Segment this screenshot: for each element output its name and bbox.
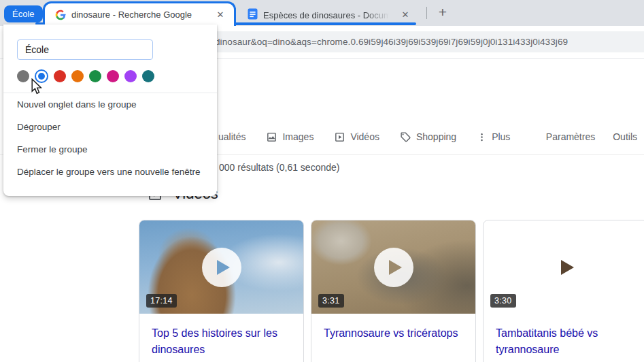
color-swatch-cyan[interactable] xyxy=(142,70,154,82)
group-color-picker xyxy=(17,69,217,84)
nav-parametres[interactable]: Paramètres xyxy=(546,131,595,142)
nav-label: Plus xyxy=(492,131,510,142)
color-swatch-grey[interactable] xyxy=(17,70,29,82)
video-thumbnail[interactable]: 17:14 xyxy=(139,220,303,314)
tab-separator xyxy=(426,7,427,19)
video-card[interactable]: 17:14 Top 5 des histoires sur les dinosa… xyxy=(139,220,304,362)
video-thumbnail[interactable]: 3:31 xyxy=(311,220,475,314)
video-duration-badge: 3:31 xyxy=(318,294,344,308)
new-tab-button[interactable]: + xyxy=(433,3,452,22)
nav-images[interactable]: Images xyxy=(266,131,313,143)
menu-item-move-group[interactable]: Déplacer le groupe vers une nouvelle fen… xyxy=(3,161,217,183)
video-title-link[interactable]: Tyrannosaure vs tricératops xyxy=(311,314,475,342)
google-favicon-icon xyxy=(55,10,66,20)
nav-shopping[interactable]: Shopping xyxy=(400,131,456,143)
video-card[interactable]: 3:30 Tambatitanis bébé vs tyrannosaure xyxy=(483,220,644,362)
nav-plus[interactable]: Plus xyxy=(477,131,510,142)
tab-group-menu: Nouvel onglet dans le groupe Dégrouper F… xyxy=(3,24,217,196)
nav-label: ualités xyxy=(218,131,245,142)
tab-strip: dinosaure - Recherche Google ✕ Espèces d… xyxy=(0,0,644,26)
video-results: 17:14 Top 5 des histoires sur les dinosa… xyxy=(139,220,644,362)
video-title-link[interactable]: Tambatitanis bébé vs tyrannosaure xyxy=(484,314,644,358)
search-nav-row: ualités Images Vidéos xyxy=(218,123,639,150)
menu-item-ungroup[interactable]: Dégrouper xyxy=(3,116,217,138)
mouse-cursor-icon xyxy=(30,78,43,97)
play-button-icon[interactable] xyxy=(202,248,241,287)
image-icon xyxy=(266,131,277,143)
tag-icon xyxy=(400,131,411,143)
nav-label: Shopping xyxy=(416,131,456,142)
video-duration-badge: 17:14 xyxy=(146,294,177,308)
more-vertical-icon xyxy=(477,132,487,142)
close-tab-icon[interactable]: ✕ xyxy=(214,8,227,22)
menu-item-close-group[interactable]: Fermer le groupe xyxy=(3,138,217,161)
omnibox[interactable]: =dinosaur&oq=dino&aqs=chrome.0.69i59j46i… xyxy=(203,31,644,52)
tab-title: Espèces de dinosaures - Docume xyxy=(263,10,393,20)
color-swatch-purple[interactable] xyxy=(124,70,137,82)
results-stats: 000 résultats (0,61 seconde) xyxy=(219,162,339,173)
nav-outils[interactable]: Outils xyxy=(613,131,637,142)
video-icon xyxy=(334,131,345,143)
video-duration-badge: 3:30 xyxy=(490,294,516,308)
close-tab-icon[interactable]: ✕ xyxy=(399,8,412,22)
tab-dinosaure-search[interactable]: dinosaure - Recherche Google ✕ xyxy=(43,1,236,26)
color-swatch-green[interactable] xyxy=(89,70,101,82)
nav-label: Vidéos xyxy=(350,131,379,142)
nav-actualites[interactable]: ualités xyxy=(218,131,245,142)
url-text: =dinosaur&oq=dino&aqs=chrome.0.69i59j46i… xyxy=(209,37,568,47)
tab-title: dinosaure - Recherche Google xyxy=(71,10,208,20)
video-title-link[interactable]: Top 5 des histoires sur les dinosaures xyxy=(139,314,303,358)
nav-right-group: Paramètres Outils xyxy=(546,131,637,142)
video-card[interactable]: 3:31 Tyrannosaure vs tricératops xyxy=(311,220,476,362)
color-swatch-red[interactable] xyxy=(54,70,66,82)
group-name-input[interactable] xyxy=(17,39,153,60)
tab-group-chip[interactable]: École xyxy=(4,5,43,22)
color-swatch-pink[interactable] xyxy=(107,70,119,82)
play-button-icon[interactable] xyxy=(374,248,413,287)
google-docs-icon xyxy=(248,8,258,22)
play-button-icon[interactable] xyxy=(546,248,586,287)
nav-label: Images xyxy=(282,131,313,142)
color-swatch-orange[interactable] xyxy=(71,70,84,82)
video-thumbnail[interactable]: 3:30 xyxy=(484,220,644,314)
nav-videos[interactable]: Vidéos xyxy=(334,131,379,143)
browser-window: dinosaure - Recherche Google ✕ Espèces d… xyxy=(0,0,644,362)
